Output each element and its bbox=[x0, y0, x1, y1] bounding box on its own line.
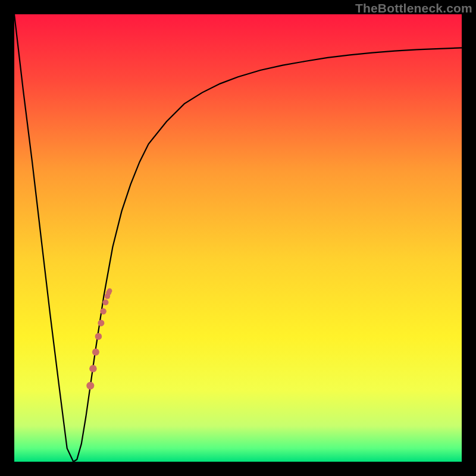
chart-background bbox=[14, 14, 462, 462]
watermark-label: TheBottleneck.com bbox=[355, 1, 472, 15]
marker-dot bbox=[89, 365, 97, 372]
chart-frame bbox=[14, 14, 462, 462]
marker-dot bbox=[86, 382, 94, 390]
marker-dot bbox=[102, 299, 108, 305]
marker-dot bbox=[100, 308, 107, 315]
marker-dot bbox=[107, 288, 112, 293]
marker-dot bbox=[98, 320, 104, 326]
marker-dot bbox=[92, 349, 99, 356]
chart-svg bbox=[14, 14, 462, 462]
marker-dot bbox=[95, 333, 102, 340]
